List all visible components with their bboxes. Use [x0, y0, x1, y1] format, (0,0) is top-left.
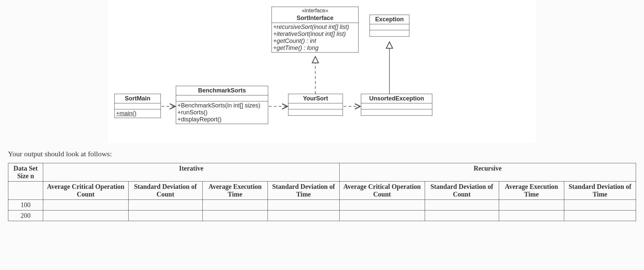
- operation: +displayReport(): [177, 116, 267, 123]
- cell: [339, 200, 425, 210]
- attributes: [115, 103, 161, 109]
- class-sortmain: SortMain +main(): [114, 94, 161, 118]
- table-row: 100: [8, 200, 636, 210]
- operations: [288, 109, 343, 115]
- cell: [499, 210, 564, 221]
- class-name: YourSort: [288, 94, 343, 103]
- operation: +getTime() : long: [273, 45, 357, 52]
- cell: [202, 200, 268, 210]
- operation: +getCount() : int: [273, 38, 357, 45]
- table-subheader-row: Average Critical Operation Count Standar…: [8, 182, 636, 200]
- subheader: Standard Deviation of Count: [425, 182, 499, 200]
- subheader: Standard Deviation of Count: [128, 182, 202, 200]
- operation: +main(): [116, 110, 159, 117]
- subheader: Standard Deviation of Time: [268, 182, 339, 200]
- operation: +BenchmarkSorts(in int[] sizes): [177, 102, 267, 109]
- class-name: BenchmarkSorts: [176, 86, 268, 95]
- class-benchmarksorts: BenchmarkSorts +BenchmarkSorts(in int[] …: [176, 86, 268, 124]
- operations: +recursiveSort(inout int[] list) +iterat…: [272, 23, 358, 52]
- cell: [128, 210, 202, 221]
- cell: [43, 200, 129, 210]
- header-dataset-size: Data Set Size n: [8, 163, 43, 182]
- output-caption: Your output should look at follows:: [8, 150, 644, 158]
- subheader: Average Execution Time: [499, 182, 564, 200]
- class-name: SortMain: [115, 94, 161, 103]
- operations: [361, 109, 432, 115]
- table-row: 200: [8, 210, 636, 221]
- operations: [370, 30, 409, 36]
- table-header-row: Data Set Size n Iterative Recursive: [8, 163, 636, 182]
- class-yoursort: YourSort: [288, 94, 343, 116]
- class-name: SortInterface: [272, 14, 358, 23]
- cell: [128, 200, 202, 210]
- operation: +iterativeSort(inout int[] list): [273, 31, 357, 38]
- attributes: [176, 95, 268, 101]
- cell: [339, 210, 425, 221]
- subheader: Standard Deviation of Time: [564, 182, 636, 200]
- operation: +recursiveSort(inout int[] list): [273, 24, 357, 31]
- cell: [499, 200, 564, 210]
- cell: [425, 200, 499, 210]
- attributes: [370, 24, 409, 30]
- dataset-size-value: 100: [8, 200, 43, 210]
- cell: [268, 210, 339, 221]
- cell: [564, 210, 636, 221]
- class-name: UnsortedException: [361, 94, 432, 103]
- subheader-empty: [8, 182, 43, 200]
- header-recursive: Recursive: [339, 163, 636, 182]
- class-sortinterface: «interface» SortInterface +recursiveSort…: [271, 7, 359, 53]
- operations: +BenchmarkSorts(in int[] sizes) +runSort…: [176, 101, 268, 124]
- class-name: Exception: [370, 15, 409, 24]
- subheader: Average Execution Time: [202, 182, 268, 200]
- cell: [268, 200, 339, 210]
- header-iterative: Iterative: [43, 163, 340, 182]
- subheader: Average Critical Operation Count: [43, 182, 129, 200]
- uml-class-diagram: «interface» SortInterface +recursiveSort…: [108, 0, 536, 143]
- cell: [425, 210, 499, 221]
- attributes: [288, 103, 343, 109]
- cell: [43, 210, 129, 221]
- output-table: Data Set Size n Iterative Recursive Aver…: [8, 163, 636, 221]
- operations: +main(): [115, 109, 161, 118]
- class-exception: Exception: [370, 15, 409, 37]
- operation: +runSorts(): [177, 109, 267, 116]
- cell: [202, 210, 268, 221]
- stereotype: «interface»: [272, 7, 358, 14]
- dataset-size-value: 200: [8, 210, 43, 221]
- attributes: [361, 103, 432, 109]
- class-unsortedexception: UnsortedException: [361, 94, 432, 116]
- subheader: Average Critical Operation Count: [339, 182, 425, 200]
- cell: [564, 200, 636, 210]
